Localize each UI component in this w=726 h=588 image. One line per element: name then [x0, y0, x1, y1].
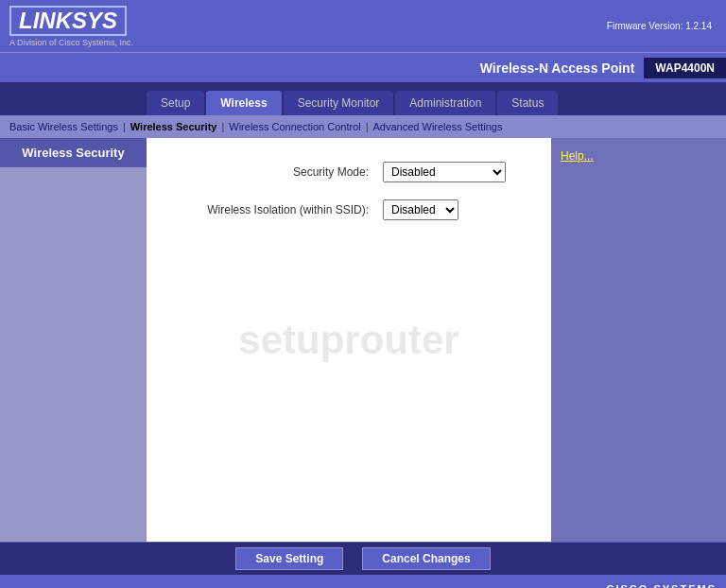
subnav-wireless-connection[interactable]: Wireless Connection Control	[224, 121, 365, 132]
logo-area: LINKSYS A Division of Cisco Systems, Inc…	[9, 6, 133, 47]
logo-text: LINKSYS	[19, 8, 117, 33]
wireless-isolation-label: Wireless Isolation (within SSID):	[175, 203, 383, 216]
tab-status[interactable]: Status	[497, 91, 558, 115]
subnav-basic-wireless[interactable]: Basic Wireless Settings	[5, 121, 123, 132]
security-mode-select[interactable]: Disabled WPA Personal WPA Enterprise WPA…	[383, 162, 506, 182]
watermark: setuprouter	[238, 318, 458, 363]
sidebar-label: Wireless Security	[0, 138, 147, 167]
linksys-logo: LINKSYS	[9, 6, 127, 36]
help-link[interactable]: Help...	[561, 149, 594, 163]
wireless-isolation-select[interactable]: Disabled Enabled	[383, 199, 458, 220]
cisco-label: Cisco Systems	[607, 583, 717, 589]
model-badge: WAP4400N	[644, 58, 726, 78]
wireless-isolation-row: Wireless Isolation (within SSID): Disabl…	[175, 199, 523, 220]
cisco-branding: Cisco Systems	[607, 583, 717, 589]
tab-security-monitor[interactable]: Security Monitor	[284, 91, 394, 115]
product-name: Wireless-N Access Point	[480, 61, 635, 76]
firmware-version: Firmware Version: 1.2.14	[607, 21, 712, 31]
tab-administration[interactable]: Administration	[395, 91, 495, 115]
cancel-changes-button[interactable]: Cancel Changes	[362, 547, 490, 570]
security-mode-label: Security Mode:	[175, 165, 383, 179]
subnav-wireless-security[interactable]: Wireless Security	[126, 121, 222, 132]
tab-wireless[interactable]: Wireless	[206, 91, 281, 115]
security-mode-row: Security Mode: Disabled WPA Personal WPA…	[175, 162, 523, 182]
save-setting-button[interactable]: Save Setting	[235, 547, 343, 570]
subnav-advanced-wireless[interactable]: Advanced Wireless Settings	[369, 121, 508, 132]
logo-sub: A Division of Cisco Systems, Inc.	[9, 38, 133, 47]
tab-setup[interactable]: Setup	[147, 91, 204, 115]
